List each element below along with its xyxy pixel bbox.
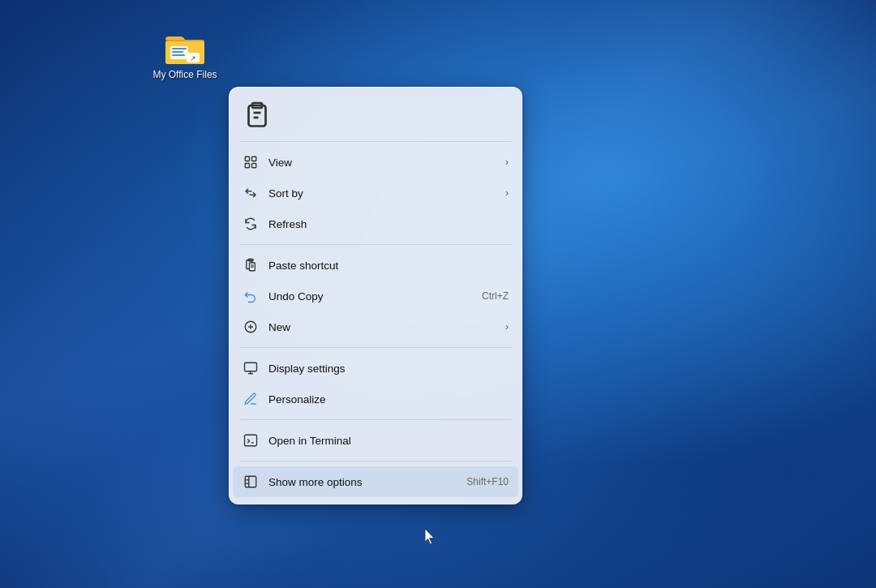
svg-rect-12 [245, 157, 249, 161]
display-icon [243, 360, 259, 376]
menu-item-open-terminal[interactable]: Open in Terminal [230, 425, 522, 456]
menu-item-view[interactable]: View › [230, 147, 522, 178]
view-label: View [268, 157, 502, 169]
divider-3 [239, 347, 512, 348]
svg-text:↗: ↗ [190, 54, 196, 62]
personalize-icon [243, 391, 259, 407]
menu-item-personalize[interactable]: Personalize [230, 384, 522, 414]
svg-rect-29 [245, 476, 256, 487]
undo-copy-label: Undo Copy [268, 290, 475, 303]
svg-rect-13 [252, 157, 256, 161]
divider-5 [239, 461, 512, 461]
display-settings-label: Display settings [268, 363, 509, 375]
desktop-icon-label: My Office Files [152, 69, 217, 82]
new-label: New [268, 321, 502, 333]
undo-icon [243, 288, 259, 304]
menu-item-new[interactable]: New › [230, 311, 522, 342]
sort-arrow: › [505, 187, 509, 199]
menu-item-paste-shortcut[interactable]: Paste shortcut [230, 250, 522, 281]
menu-item-sort-by[interactable]: Sort by › [230, 178, 522, 208]
sort-icon [243, 185, 259, 201]
terminal-icon [243, 432, 259, 449]
menu-item-refresh[interactable]: Refresh [230, 208, 522, 239]
menu-item-display-settings[interactable]: Display settings [230, 353, 522, 384]
context-menu: View › Sort by › Refresh [229, 87, 522, 504]
open-terminal-label: Open in Terminal [268, 435, 509, 447]
personalize-label: Personalize [268, 393, 509, 406]
paste-icon [243, 257, 259, 273]
divider-2 [239, 244, 512, 245]
svg-rect-24 [245, 363, 257, 371]
undo-copy-shortcut: Ctrl+Z [482, 290, 509, 302]
divider-1 [239, 141, 512, 142]
show-more-shortcut: Shift+F10 [466, 476, 509, 487]
paste-shortcut-label: Paste shortcut [268, 260, 509, 272]
menu-item-show-more-options[interactable]: Show more options Shift+F10 [233, 466, 518, 497]
divider-4 [239, 419, 512, 420]
svg-rect-27 [245, 435, 257, 446]
clipboard-icon [243, 101, 272, 130]
refresh-icon [243, 216, 259, 232]
svg-rect-14 [245, 164, 249, 168]
new-arrow: › [505, 321, 509, 333]
svg-rect-3 [172, 48, 187, 49]
folder-icon: ↗ [164, 30, 206, 66]
sort-by-label: Sort by [268, 187, 502, 200]
show-more-options-label: Show more options [268, 476, 460, 488]
clipboard-button[interactable] [243, 101, 272, 130]
refresh-label: Refresh [268, 218, 509, 230]
menu-item-undo-copy[interactable]: Undo Copy Ctrl+Z [230, 281, 522, 311]
grid-icon [243, 154, 259, 170]
svg-rect-4 [172, 51, 183, 53]
svg-rect-15 [252, 164, 256, 168]
svg-rect-5 [172, 54, 185, 56]
view-arrow: › [505, 157, 509, 168]
new-icon [243, 319, 259, 335]
more-options-icon [243, 474, 259, 490]
clipboard-row-item [230, 94, 522, 136]
desktop-icon-my-office-files[interactable]: ↗ My Office Files [152, 30, 217, 82]
